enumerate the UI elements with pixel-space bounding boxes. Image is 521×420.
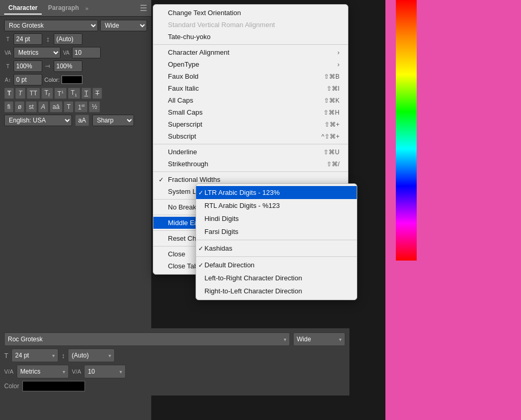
submenu-label-ltr-arabic: LTR Arabic Digits - 123% (204, 189, 280, 196)
all-caps-btn[interactable]: TT (27, 88, 41, 99)
lower-leading-arrow: ▾ (108, 353, 111, 359)
panel-menu-button[interactable]: ☰ (140, 3, 147, 13)
submenu-label-ltr-direction: Left-to-Right Character Direction (204, 274, 302, 282)
antialiasing-btn[interactable]: aA (75, 115, 89, 126)
character-alignment-arrow: › (337, 49, 340, 56)
panel-body: Roc Grotesk Wide T ↕ VA Metrics VA T (0, 17, 151, 129)
submenu-item-farsi-digits[interactable]: Farsi Digits (196, 225, 357, 238)
bold-btn[interactable]: T (4, 88, 14, 99)
divider-3 (153, 171, 348, 172)
baseline-input[interactable] (14, 74, 42, 85)
menu-label-all-caps: All Caps (168, 96, 193, 104)
language-select[interactable]: English: USA (4, 115, 72, 126)
font-family-select[interactable]: Roc Grotesk (4, 20, 98, 31)
submenu-item-ltr-direction[interactable]: Left-to-Right Character Direction (196, 271, 357, 285)
menu-item-faux-bold[interactable]: Faux Bold ⇧⌘B (153, 70, 348, 82)
subscript-btn[interactable]: T1 (68, 88, 80, 99)
menu-item-opentype[interactable]: OpenType › (153, 58, 348, 70)
small-caps-btn[interactable]: Tr (41, 88, 53, 99)
strikethrough-btn[interactable]: T (92, 88, 102, 99)
menu-item-standard-vertical[interactable]: Standard Vertical Roman Alignment (153, 19, 348, 31)
titling-btn[interactable]: A (38, 101, 49, 113)
font-size-input[interactable] (14, 33, 42, 45)
lower-character-panel: Roc Grotesk ▾ Wide ▾ T 24 pt ▾ ↕ (Auto) … (0, 328, 349, 396)
menu-item-strikethrough[interactable]: Strikethrough ⇧⌘/ (153, 158, 348, 170)
superscript-shortcut: ⇧⌘+ (324, 121, 340, 128)
menu-item-all-caps[interactable]: All Caps ⇧⌘K (153, 94, 348, 106)
ligature-fi-btn[interactable]: fi (4, 101, 14, 113)
menu-label-opentype: OpenType (168, 60, 199, 68)
menu-item-faux-italic[interactable]: Faux Italic ⇧⌘I (153, 82, 348, 94)
menu-label-character-alignment: Character Alignment (168, 48, 229, 56)
menu-label-superscript: Superscript (168, 120, 202, 128)
menu-item-character-alignment[interactable]: Character Alignment › (153, 46, 348, 58)
lower-tracking-select[interactable]: 10 ▾ (84, 365, 126, 378)
leading-input[interactable] (54, 33, 82, 45)
tab-character[interactable]: Character (4, 2, 42, 15)
menu-item-underline[interactable]: Underline ⇧⌘U (153, 146, 348, 158)
fraction-btn[interactable]: ½ (89, 101, 100, 113)
submenu-item-rtl-direction[interactable]: Right-to-Left Character Direction (196, 285, 357, 298)
submenu-label-rtl-direction: Right-to-Left Character Direction (204, 287, 302, 295)
discretionary-btn[interactable]: aā (50, 101, 63, 113)
antialiasing-select[interactable]: Sharp (92, 115, 134, 126)
lower-font-style-select[interactable]: Wide ▾ (293, 332, 345, 346)
lower-font-family-label: Roc Grotesk (8, 336, 43, 343)
panel-arrows: » (85, 5, 88, 11)
oldstyle-btn[interactable]: ø (15, 101, 25, 113)
lower-kerning-arrow: ▾ (63, 369, 65, 375)
lower-size-select[interactable]: 24 pt ▾ (11, 349, 58, 362)
lower-color-swatch[interactable] (22, 381, 85, 391)
superscript-btn[interactable]: T1 (54, 88, 67, 99)
menu-label-faux-bold: Faux Bold (168, 72, 199, 80)
leading-icon: ↕ (44, 35, 52, 43)
h-scale-input[interactable] (14, 60, 42, 72)
menu-item-tate-chu-yoko[interactable]: Tate-chu-yoko (153, 31, 348, 43)
submenu-label-default-direction: Default Direction (204, 261, 255, 269)
color-swatch[interactable] (62, 76, 82, 84)
menu-item-small-caps[interactable]: Small Caps ⇧⌘H (153, 106, 348, 118)
kerning-select[interactable]: Metrics (14, 47, 60, 58)
lower-tracking-label: 10 (88, 368, 94, 375)
lower-tracking-arrow: ▾ (119, 369, 122, 375)
font-style-select[interactable]: Wide (100, 20, 147, 31)
small-caps-shortcut: ⇧⌘H (323, 109, 340, 116)
swash-btn[interactable]: st (26, 101, 37, 113)
menu-label-change-text-orientation: Change Text Orientation (168, 9, 241, 17)
submenu-item-hindi-digits[interactable]: Hindi Digits (196, 212, 357, 225)
submenu-item-ltr-arabic[interactable]: ✓ LTR Arabic Digits - 123% (196, 186, 357, 199)
lower-leading-select[interactable]: (Auto) ▾ (68, 349, 115, 362)
menu-label-no-break: No Break (168, 203, 196, 211)
tab-paragraph[interactable]: Paragraph (44, 2, 83, 15)
lower-color-label: Color (4, 382, 19, 390)
color-label: Color: (44, 77, 59, 83)
submenu-item-kashidas[interactable]: ✓ Kashidas (196, 242, 357, 255)
lower-font-family-select[interactable]: Roc Grotesk ▾ (4, 332, 290, 346)
baseline-color-row: A↕ Color: (4, 74, 147, 85)
kerning-icon: VA (4, 50, 11, 56)
all-caps-shortcut: ⇧⌘K (324, 97, 340, 104)
panel-header: Character Paragraph » ☰ (0, 0, 151, 17)
menu-label-faux-italic: Faux Italic (168, 84, 199, 92)
menu-item-change-text-orientation[interactable]: Change Text Orientation (153, 7, 348, 19)
menu-item-superscript[interactable]: Superscript ⇧⌘+ (153, 118, 348, 130)
submenu-divider-1 (196, 240, 357, 240)
superscript-num-btn[interactable]: 1st (75, 101, 88, 113)
baseline-icon: A↕ (4, 77, 11, 83)
menu-label-standard-vertical: Standard Vertical Roman Alignment (168, 21, 275, 29)
lower-kerning-select[interactable]: Metrics ▾ (17, 365, 69, 378)
menu-item-subscript[interactable]: Subscript ^⇧⌘+ (153, 130, 348, 142)
italic-btn[interactable]: T (15, 88, 25, 99)
tracking-input[interactable] (72, 47, 101, 58)
submenu-item-default-direction[interactable]: ✓ Default Direction (196, 258, 357, 271)
h-scale-icon: T (4, 64, 11, 69)
lower-size-arrow: ▾ (52, 353, 55, 359)
lower-font-row: Roc Grotesk ▾ Wide ▾ (4, 332, 345, 346)
submenu-item-rtl-arabic[interactable]: RTL Arabic Digits - %123 (196, 199, 357, 212)
middle-eastern-submenu: ✓ LTR Arabic Digits - 123% RTL Arabic Di… (196, 183, 357, 300)
underline-btn[interactable]: T (81, 88, 91, 99)
ordinal-btn[interactable]: T (64, 101, 74, 113)
v-scale-input[interactable] (54, 60, 82, 72)
menu-label-small-caps: Small Caps (168, 108, 202, 116)
menu-label-close: Close (168, 250, 185, 258)
